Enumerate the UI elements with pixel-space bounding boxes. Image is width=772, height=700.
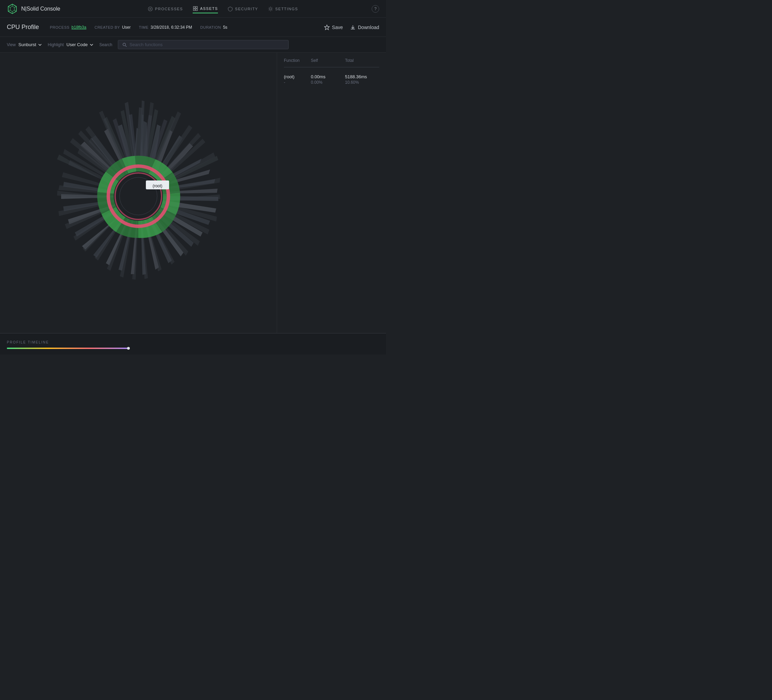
process-link[interactable]: b18fb3a (71, 25, 86, 30)
toolbar: View Sunburst Highlight User Code Search (0, 37, 386, 52)
timeline-bar[interactable] (7, 348, 130, 349)
created-by-meta: CREATED BY User (95, 25, 131, 30)
highlight-group: Highlight User Code (48, 42, 94, 47)
star-icon (324, 24, 330, 30)
table-header: Function Self Total (284, 58, 379, 67)
process-meta: PROCESS b18fb3a (50, 25, 87, 30)
svg-text:(root): (root) (153, 184, 163, 189)
svg-marker-15 (324, 25, 329, 30)
svg-line-6 (8, 10, 10, 11)
timeline-handle[interactable] (127, 347, 130, 350)
duration-meta: DURATION 5s (200, 25, 227, 30)
search-wrapper (118, 40, 289, 49)
function-cell: (root) - (284, 74, 311, 85)
svg-line-17 (125, 46, 126, 46)
view-group: View Sunburst (7, 42, 43, 47)
svg-rect-11 (196, 7, 198, 8)
col-function: Function (284, 58, 311, 63)
nav-items: PROCESSES ASSETS SECURITY SETTINGS (74, 5, 372, 13)
logo-icon (7, 3, 18, 14)
total-cell: 5188.36ms 10.60% (345, 74, 379, 85)
svg-point-14 (270, 8, 272, 10)
search-icon (122, 43, 127, 47)
nav-item-security[interactable]: SECURITY (227, 5, 258, 13)
svg-line-4 (14, 10, 16, 11)
sunburst-chart[interactable]: (root) (39, 77, 237, 309)
svg-point-16 (123, 43, 126, 46)
view-chevron-icon (38, 43, 43, 47)
assets-icon (193, 6, 198, 11)
navigation: N|Solid Console PROCESSES ASSETS SECURIT… (0, 0, 386, 18)
svg-rect-10 (193, 7, 195, 8)
download-button[interactable]: Download (350, 24, 379, 30)
logo[interactable]: N|Solid Console (7, 3, 60, 14)
settings-icon (268, 6, 273, 11)
nav-item-assets[interactable]: ASSETS (193, 5, 218, 13)
time-meta: TIME 3/28/2018, 6:32:34 PM (139, 25, 192, 30)
search-input[interactable] (129, 42, 284, 47)
page-header: CPU Profile PROCESS b18fb3a CREATED BY U… (0, 18, 386, 37)
sunburst-area[interactable]: (root) (0, 52, 277, 333)
download-icon (350, 24, 356, 30)
svg-point-19 (114, 172, 163, 221)
col-self: Self (311, 58, 345, 63)
app-title: N|Solid Console (21, 6, 60, 12)
header-actions: Save Download (324, 24, 379, 30)
nav-item-processes[interactable]: PROCESSES (147, 5, 183, 13)
view-select[interactable]: Sunburst (18, 42, 43, 47)
timeline-label: PROFILE TIMELINE (7, 341, 379, 344)
main-content: (root) Function Self Total (root) - 0.00… (0, 52, 386, 333)
nav-right: ? (372, 5, 379, 13)
page-title: CPU Profile (7, 24, 39, 31)
svg-rect-13 (196, 9, 198, 11)
help-button[interactable]: ? (372, 5, 379, 13)
right-panel: Function Self Total (root) - 0.00ms 0.00… (277, 52, 386, 333)
highlight-select[interactable]: User Code (67, 42, 94, 47)
timeline-progress (7, 348, 130, 349)
svg-point-8 (148, 7, 152, 11)
self-cell: 0.00ms 0.00% (311, 74, 345, 85)
save-button[interactable]: Save (324, 24, 343, 30)
highlight-chevron-icon (89, 43, 94, 47)
table-row[interactable]: (root) - 0.00ms 0.00% 5188.36ms 10.60% (284, 71, 379, 87)
svg-rect-12 (193, 9, 195, 11)
security-icon (227, 6, 233, 11)
search-container (118, 40, 289, 49)
processes-icon (147, 6, 153, 11)
svg-line-7 (8, 7, 10, 8)
profile-timeline: PROFILE TIMELINE (0, 333, 386, 354)
sunburst-rays: (root) (57, 100, 220, 280)
svg-line-3 (14, 7, 16, 8)
svg-marker-1 (10, 6, 14, 11)
bottom-area: PROFILE TIMELINE (0, 333, 386, 354)
svg-point-9 (150, 8, 151, 10)
nav-item-settings[interactable]: SETTINGS (268, 5, 298, 13)
col-total: Total (345, 58, 379, 63)
